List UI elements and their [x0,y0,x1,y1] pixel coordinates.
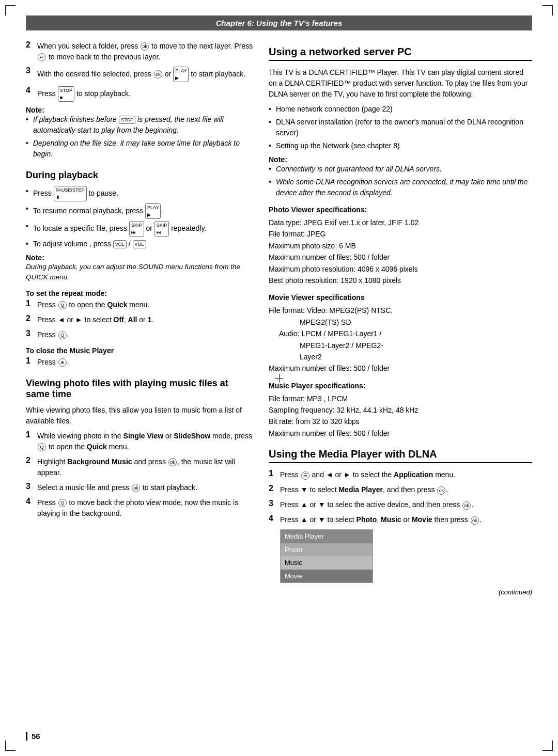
note-1-item-2: Depending on the file size, it may take … [26,138,253,160]
repeat-step-2: 2 Press ◄ or ► to select Off, All or 1. [26,314,253,325]
networked-bullet-1: Home network connection (page 22) [269,104,532,115]
content-columns: 2 When you select a folder, press ok to … [26,41,532,596]
dlna-1-num: 1 [269,469,280,478]
vs-2-num: 2 [26,456,37,465]
step-3: 3 With the desired file selected, press … [26,67,253,82]
during-playback-heading: During playback [26,170,253,181]
ok-btn-7: ok [471,516,479,525]
corner-mark-tl [5,5,16,15]
viewing-heading: Viewing photo files with playing music f… [26,378,253,400]
networked-bullet-3: Setting up the Network (see chapter 8) [269,140,532,151]
note-1-list: If playback finishes before STOP is pres… [26,114,253,160]
close-step-1: 1 Press ⊗. [26,357,253,368]
step-3-num: 3 [26,66,37,75]
note-label-2: Note: [26,254,44,262]
during-4: To adjust volume , press VOL / VOL [26,239,253,249]
stop-ref: STOP [119,116,135,124]
pv-spec-2: File format: JPEG [269,230,326,238]
during-3: To locate a specific file, press SKIP⏮ o… [26,221,253,237]
note-3-item-2: While some DLNA recognition servers are … [269,177,532,198]
note-3-list: Connectivity is not guaranteed for all D… [269,164,532,198]
note-label-1: Note: [26,106,253,114]
vs-4-content: Press Q to move back the photo view mode… [37,497,253,519]
step-4-content: Press STOP■ to stop playback. [37,86,253,102]
networked-server-heading: Using a networked server PC [269,46,532,61]
step-2: 2 When you select a folder, press ok to … [26,41,253,62]
repeat-2-content: Press ◄ or ► to select Off, All or 1. [37,314,253,325]
mp-spec-4: Maximum number of files: 500 / folder [269,429,390,437]
networked-intro: This TV is a DLNA CERTIFIED™ Player. Thi… [269,67,532,100]
ok-btn-2: ok [154,70,162,78]
left-column: 2 When you select a folder, press ok to … [26,41,253,596]
continued-text: (continued) [269,588,532,596]
repeat-step-1: 1 Press Q to open the Quick menu. [26,300,253,310]
dlna-heading: Using the Media Player with DLNA [269,448,532,463]
ok-btn-4: ok [132,484,140,492]
close-1-content: Press ⊗. [37,357,253,368]
pv-spec-6: Best photo resolution: 1920 x 1080 pixel… [269,276,401,285]
note-block-1: Note: If playback finishes before STOP i… [26,106,253,160]
mp-movie: Movie [281,570,373,583]
dlna-4-content: Press ▲ or ▼ to select Photo, Music or M… [280,514,532,583]
step-4: 4 Press STOP■ to stop playback. [26,86,253,102]
close-music-label: To close the Music Player [26,346,253,355]
menu-btn: ☰ [301,471,309,480]
pv-spec-1: Data type: JPEG Exif ver.1.x or later, J… [269,218,419,227]
pv-spec-3: Maximum photo size: 6 MB [269,242,356,250]
note-block-3: Note: Connectivity is not guaranteed for… [269,155,532,198]
movie-viewer-heading: Movie Viewer specifications [269,293,532,302]
vs-2-content: Highlight Background Music and press ok,… [37,456,253,478]
play-btn: PLAY▶ [173,67,189,82]
quick-btn: Q [58,301,67,309]
dlna-step-1: 1 Press ☰ and ◄ or ► to select the Appli… [269,469,532,480]
mv-spec-6: Maximum number of files: 500 / folder [269,364,390,372]
back-btn: ↩ [38,53,46,61]
viewing-intro: While viewing photo files, this allow yo… [26,405,253,427]
mp-spec-3: Bit rate: from 32 to 320 kbps [269,417,360,426]
dlna-2-num: 2 [269,484,280,493]
networked-bullet-2: DLNA server installation (refer to the o… [269,117,532,138]
dlna-3-num: 3 [269,499,280,508]
vs-1-content: While viewing photo in the Single View o… [37,431,253,452]
viewing-step-1: 1 While viewing photo in the Single View… [26,431,253,452]
mp-header: Media Player [281,530,373,543]
chapter-header: Chapter 6: Using the TV's features [26,15,532,30]
media-player-box: Media Player Photo Music Movie [280,529,373,583]
viewing-heading-text: Viewing photo files with playing music f… [26,378,228,399]
note-block-2: Note: During playback, you can adjust th… [26,254,253,283]
mv-spec-2: MPEG2(TS) SD [269,318,351,326]
corner-mark-tr [542,5,553,15]
repeat-2-num: 2 [26,314,37,323]
pv-spec-5: Maximum photo resolution: 4096 x 4096 pi… [269,265,418,273]
note-3-item-1: Connectivity is not guaranteed for all D… [269,164,532,175]
step-4-num: 4 [26,86,37,95]
mp-photo: Photo [281,543,373,557]
step-2-content: When you select a folder, press ok to mo… [37,41,253,62]
dlna-3-content: Press ▲ or ▼ to selec the active device,… [280,499,532,510]
quick-btn-2: Q [58,331,67,339]
music-player-specs: File format: MP3 , LPCM Sampling frequen… [269,393,532,439]
mp-music: Music [281,556,373,570]
dlna-step-4: 4 Press ▲ or ▼ to select Photo, Music or… [269,514,532,583]
ok-btn-3: ok [168,458,177,466]
pv-spec-4: Maximum number of files: 500 / folder [269,253,390,261]
vs-3-content: Select a music file and press ok to star… [37,482,253,493]
ok-btn-1: ok [141,42,149,51]
viewing-step-2: 2 Highlight Background Music and press o… [26,456,253,478]
skip-btn-2: SKIP⏭ [154,221,169,237]
ok-btn-6: ok [462,501,471,510]
dlna-step-2: 2 Press ▼ to select Media Player, and th… [269,484,532,495]
networked-bullets: Home network connection (page 22) DLNA s… [269,104,532,151]
during-1: Press PAUSE/STEP⏸ to pause. [26,186,253,201]
repeat-1-content: Press Q to open the Quick menu. [37,300,253,310]
note-1-item-1: If playback finishes before STOP is pres… [26,114,253,136]
mv-spec-5: Layer2 [269,353,322,361]
during-playback-list: Press PAUSE/STEP⏸ to pause. To resume no… [26,186,253,249]
dlna-1-content: Press ☰ and ◄ or ► to select the Applica… [280,469,532,480]
photo-viewer-specs: Data type: JPEG Exif ver.1.x or later, J… [269,217,532,286]
viewing-step-3: 3 Select a music file and press ok to st… [26,482,253,493]
play-btn-2: PLAY▶ [145,203,161,219]
vol-btn-2: VOL [133,240,146,248]
mv-spec-3: Audio: LPCM / MPEG1-Layer1 / [269,329,381,338]
right-column: Using a networked server PC This TV is a… [269,41,532,596]
